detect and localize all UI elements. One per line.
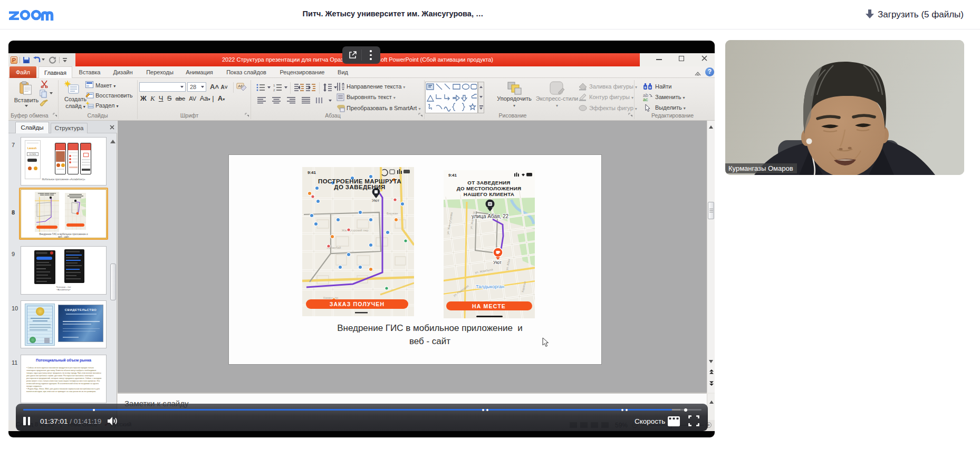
- svg-text:улица Абая, 22: улица Абая, 22: [472, 213, 509, 219]
- svg-text:Талдыкорган: Талдыкорган: [476, 284, 504, 289]
- svg-text:2: 2: [273, 89, 275, 91]
- svg-text:9:41: 9:41: [448, 173, 457, 178]
- svg-text:ДО ЗАВЕДЕНИЯ: ДО ЗАВЕДЕНИЯ: [334, 184, 385, 190]
- svg-text:Биржан: Биржан: [387, 212, 398, 215]
- svg-text:ac: ac: [643, 97, 648, 102]
- svg-text:Жансугурский пер: Жансугурский пер: [342, 229, 369, 232]
- svg-text:ОТ ЗАВЕДЕНИЯ: ОТ ЗАВЕДЕНИЯ: [467, 180, 510, 186]
- svg-text:Уют: Уют: [372, 198, 380, 203]
- svg-text:НАШЕГО КЛИЕНТА: НАШЕГО КЛИЕНТА: [464, 191, 514, 197]
- svg-text:ДО МЕСТОПОЛОЖЕНИЯ: ДО МЕСТОПОЛОЖЕНИЯ: [457, 186, 522, 191]
- svg-text:1: 1: [273, 84, 275, 87]
- svg-text:9:41: 9:41: [308, 170, 316, 175]
- svg-text:НА МЕСТЕ: НА МЕСТЕ: [472, 303, 506, 309]
- svg-text:Казахстан: Казахстан: [323, 296, 338, 299]
- svg-text:ЗАКАЗ ПОЛУЧЕН: ЗАКАЗ ПОЛУЧЕН: [330, 301, 385, 307]
- svg-text:Уют: Уют: [493, 260, 502, 265]
